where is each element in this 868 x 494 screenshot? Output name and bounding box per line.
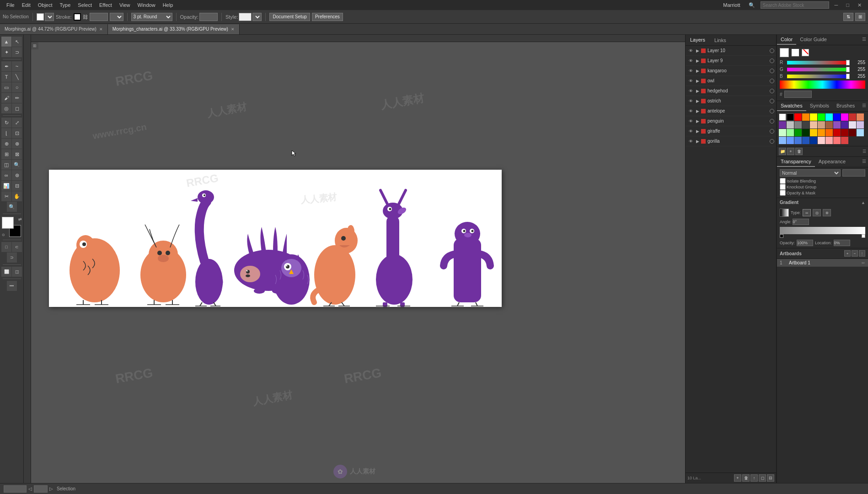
swatch-sky[interactable] [857,129,864,136]
layer-8-target[interactable] [770,129,774,134]
menu-view[interactable]: View [117,1,133,9]
linear-gradient-type-btn[interactable]: ═ [803,209,811,216]
isolate-blend-check[interactable] [780,178,786,184]
color-stroke-swatch[interactable] [791,48,800,57]
stroke-swatch[interactable] [74,13,81,21]
layer-9-eye[interactable]: 👁 [687,138,694,145]
appearance-tab[interactable]: Appearance [815,157,849,167]
new-layer-button[interactable]: + [734,474,741,482]
links-tab[interactable]: Links [710,36,731,45]
color-panel-menu[interactable]: ☰ [860,35,868,45]
layer-5-expand[interactable]: ▶ [695,98,700,104]
doc-tab-1-close[interactable]: ✕ [231,27,235,32]
layer-0-target[interactable] [770,48,774,53]
layers-tab[interactable]: Layers [686,35,710,45]
gradient-fill-preview[interactable] [780,209,789,217]
menu-help[interactable]: Help [160,1,176,9]
stroke-value-input[interactable]: 1 pt [90,13,108,21]
menu-type[interactable]: Type [57,1,74,9]
swatch-dark-red[interactable] [849,113,856,121]
new-artboard-button[interactable]: + [844,250,851,257]
draw-behind-icon[interactable]: ⊃ [7,252,17,263]
symbol-sprayer-tool[interactable]: ⊛ [12,170,22,180]
gradient-opacity-input[interactable] [797,240,813,246]
zoom-next-button[interactable]: ▷ [49,486,53,491]
knockout-group-label[interactable]: Knockout Group [780,184,816,190]
transparency-panel-menu[interactable]: ☰ [860,157,868,167]
fill-color-box[interactable] [2,217,14,229]
fill-type-select[interactable] [45,13,54,21]
selection-tool[interactable]: ▲ [1,37,11,47]
swatch-green[interactable] [818,113,825,121]
live-paint-tool[interactable]: ⊗ [12,139,22,149]
make-clipping-button[interactable]: ◻ [759,474,766,482]
layer-item-7[interactable]: 👁 ▶ penguin [686,116,776,126]
gradient-section-header[interactable]: Gradient ▲ [777,198,868,207]
lasso-tool[interactable]: ⊃ [12,47,22,57]
document-setup-button[interactable]: Document Setup [269,13,310,21]
gradient-bar[interactable] [780,227,865,234]
gradient-location-input[interactable] [834,240,850,246]
gradient-collapse-icon[interactable]: ▲ [861,200,865,205]
artboard-tool[interactable]: ⊟ [12,181,22,191]
stock-search-input[interactable] [761,1,829,9]
rect-tool[interactable]: ▭ [1,82,11,92]
menu-file[interactable]: File [4,1,17,9]
swatch-red[interactable] [794,113,802,121]
direct-selection-tool[interactable]: ↖ [12,37,22,47]
layer-4-expand[interactable]: ▶ [695,88,700,94]
swatch-pink[interactable] [818,137,825,144]
slice-tool[interactable]: ✂ [1,191,11,201]
more-tools-icon[interactable]: ••• [7,281,17,291]
swatch-navy[interactable] [810,137,817,144]
swatch-silver[interactable] [787,121,794,129]
layer-7-target[interactable] [770,119,774,124]
blend-mode-select[interactable]: Normal [780,169,841,177]
layer-1-eye[interactable]: 👁 [687,58,694,64]
swatch-med-purple[interactable] [833,121,841,129]
style-preview[interactable] [239,13,252,21]
menu-select[interactable]: Select [75,1,95,9]
swatch-yellow[interactable] [810,113,817,121]
layer-6-target[interactable] [770,109,774,113]
new-swatch-button[interactable]: + [787,148,794,155]
gradient-stop-right[interactable] [862,234,865,238]
layer-8-expand[interactable]: ▶ [695,129,700,134]
swatch-light-purple[interactable] [857,121,864,129]
artboard-row-0[interactable]: 1 Artboard 1 ✏ [777,259,868,267]
artboard-options-button[interactable]: ⋮ [859,250,865,257]
shape-builder-tool[interactable]: ⊕ [1,139,11,149]
swatch-light-green[interactable] [779,129,786,136]
graph-tool[interactable]: 📊 [1,181,11,191]
gradient-angle-input[interactable] [793,219,809,225]
swatch-white[interactable] [779,113,786,121]
layer-6-eye[interactable]: 👁 [687,108,694,114]
close-icon[interactable]: ✕ [855,1,864,9]
line-tool[interactable]: ╲ [12,72,22,82]
swatch-dk-green[interactable] [794,129,802,136]
layer-5-target[interactable] [770,99,774,103]
arrange-button[interactable]: ⇅ [843,13,853,21]
color-guide-tab[interactable]: Color Guide [796,35,830,45]
swatch-gold[interactable] [810,129,817,136]
swatches-tab[interactable]: Swatches [777,101,806,111]
scale-tool[interactable]: ⤢ [12,118,22,128]
swatch-lavender[interactable] [849,121,856,129]
layer-2-target[interactable] [770,69,774,73]
swatch-med-green[interactable] [787,129,794,136]
swatch-brown[interactable] [825,121,833,129]
zoom-tool[interactable]: 🔍 [7,202,17,212]
draw-inside-icon[interactable]: ⊂ [12,242,22,252]
menu-edit[interactable]: Edit [19,1,33,9]
magic-wand-tool[interactable]: ✦ [1,47,11,57]
b-slider[interactable] [787,75,850,78]
layer-3-expand[interactable]: ▶ [695,78,700,84]
swatch-lib-button[interactable]: ☰ [863,149,866,154]
layer-2-expand[interactable]: ▶ [695,68,700,74]
layer-4-eye[interactable]: 👁 [687,88,694,94]
opacity-input[interactable]: 100% [199,13,218,21]
knockout-group-check[interactable] [780,184,786,190]
brushes-tab[interactable]: Brushes [833,101,858,111]
collect-into-layer-button[interactable]: ⊟ [767,474,774,482]
swatches-panel-menu[interactable]: ☰ [860,101,868,111]
